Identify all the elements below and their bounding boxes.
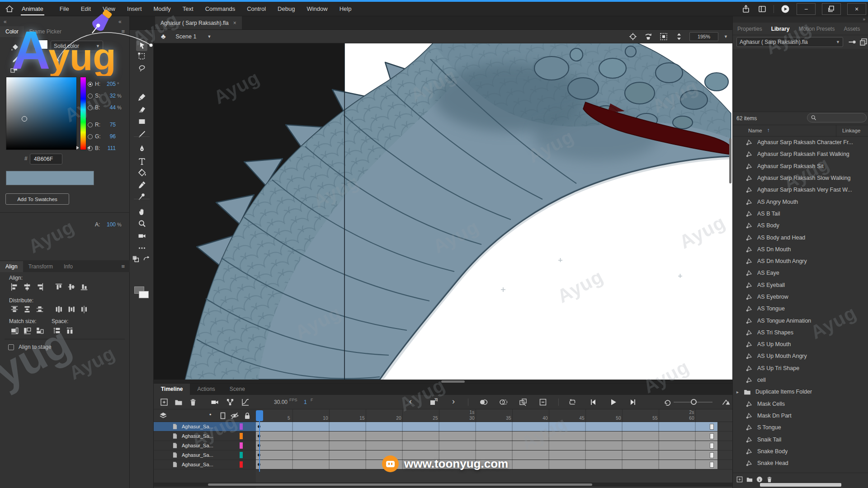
layer-row[interactable]: Aghasur_Sa... <box>154 441 256 450</box>
layer-row[interactable]: Aghasur_Sa... <box>154 422 256 432</box>
library-item[interactable]: Snaik Tail <box>733 433 868 445</box>
align-to-stage-checkbox[interactable] <box>8 344 14 350</box>
hex-input[interactable]: 4B606F <box>30 154 62 164</box>
tab-library[interactable]: Library <box>767 23 794 35</box>
library-item[interactable]: Mask Dn Part <box>733 410 868 422</box>
layer-color-chip[interactable] <box>240 433 243 439</box>
distribute-button-6[interactable] <box>79 305 90 314</box>
menu-window[interactable]: Window <box>307 5 327 12</box>
fill-color-icon[interactable] <box>10 42 20 52</box>
tab-info[interactable]: Info <box>58 261 78 272</box>
insert-frame-icon[interactable] <box>538 397 548 407</box>
align-button-2[interactable] <box>22 282 33 291</box>
channel-radio[interactable] <box>88 134 93 139</box>
new-folder-icon[interactable] <box>745 475 754 483</box>
library-item[interactable]: AS Up Tri Shape <box>733 362 868 374</box>
channel-value[interactable]: 111 <box>103 145 116 151</box>
distribute-button-3[interactable] <box>34 305 45 314</box>
align-button-5[interactable] <box>66 282 77 291</box>
zoom-stepper-icon[interactable] <box>674 32 684 42</box>
library-item[interactable]: AS Body <box>733 220 868 231</box>
frame-span[interactable] <box>256 441 717 450</box>
layer-color-chip[interactable] <box>240 461 243 468</box>
expand-chevron-icon[interactable]: ▸ <box>736 389 743 394</box>
close-tab-icon[interactable]: × <box>233 20 236 26</box>
canvas-vertical-scrollbar[interactable] <box>729 138 731 183</box>
graph-editor-icon[interactable] <box>241 397 250 407</box>
layer-frames-row[interactable] <box>256 441 732 450</box>
library-document-select[interactable]: Aghasur ( Sarp Raksash).fla▼ <box>736 37 843 47</box>
align-button-6[interactable] <box>79 282 90 291</box>
restore-button[interactable] <box>822 3 841 15</box>
playhead[interactable] <box>256 410 263 421</box>
library-item[interactable]: Snake Head <box>733 457 868 469</box>
frame-span[interactable] <box>256 460 717 469</box>
distribute-button-1[interactable] <box>9 305 20 314</box>
panel-menu-icon[interactable]: ≡ <box>117 26 130 37</box>
tab-scene[interactable]: Scene <box>222 384 252 395</box>
channel-radio[interactable] <box>88 94 93 99</box>
library-item[interactable]: AS Eaye <box>733 267 868 279</box>
scene-name[interactable]: Scene 1 <box>176 33 197 40</box>
edit-multiple-frames-icon[interactable] <box>518 397 528 407</box>
tab-frame-picker[interactable]: Frame Picker <box>24 26 67 37</box>
workspace-icon[interactable] <box>757 4 767 14</box>
close-button[interactable]: × <box>847 3 866 15</box>
onion-skin-icon[interactable] <box>478 397 488 407</box>
channel-value[interactable]: 44 <box>103 104 116 111</box>
layer-frames-row[interactable] <box>256 450 732 460</box>
selection-tool[interactable] <box>136 41 147 51</box>
library-item[interactable]: AS Up Mouth <box>733 338 868 350</box>
new-library-panel-icon[interactable] <box>859 37 868 47</box>
library-item[interactable]: Aghasur Sarp Raksash Character Fr... <box>733 136 868 148</box>
frame-span[interactable] <box>256 432 717 441</box>
paint-bucket-tool[interactable] <box>136 167 147 178</box>
library-item[interactable]: Aghasur Sarp Raksash Fast Walking <box>733 148 868 160</box>
library-item[interactable]: AS B Tail <box>733 208 868 220</box>
current-frame[interactable]: 1 <box>304 399 307 405</box>
library-item[interactable]: AS Eyebrow <box>733 291 868 303</box>
align-button-4[interactable] <box>53 282 64 291</box>
asset-warp-tool[interactable] <box>136 191 147 202</box>
library-item[interactable]: cell <box>733 374 868 386</box>
menu-animate[interactable]: Animate <box>21 3 44 15</box>
distribute-button-2[interactable] <box>22 305 33 314</box>
collapse-panel-icon[interactable]: « <box>4 19 7 25</box>
rectangle-tool[interactable] <box>136 116 147 127</box>
fill-swatch[interactable] <box>139 291 149 298</box>
document-tab[interactable]: Aghasur ( Sarp Raksash).fla × <box>155 16 242 29</box>
next-keyframe-icon[interactable]: › <box>452 396 455 406</box>
loop-playback-icon[interactable] <box>567 397 577 407</box>
distribute-button-5[interactable] <box>66 305 77 314</box>
text-tool[interactable] <box>136 156 147 166</box>
sort-arrow-icon[interactable]: ↑ <box>767 127 770 133</box>
more-tools-tool[interactable] <box>136 243 147 253</box>
add-camera-icon[interactable] <box>210 397 220 407</box>
menu-control[interactable]: Control <box>247 5 266 12</box>
frame-span[interactable] <box>256 450 717 460</box>
layer-frames-row[interactable] <box>256 422 732 432</box>
frames-area[interactable]: 510152025303540455055601s2s <box>256 409 732 488</box>
library-item[interactable]: AS Dn Mouth <box>733 244 868 255</box>
snap-to-objects-icon[interactable] <box>131 254 140 263</box>
menu-view[interactable]: View <box>103 5 115 12</box>
free-transform-tool[interactable] <box>136 51 147 61</box>
new-layer-icon[interactable] <box>159 397 169 407</box>
fit-timeline-icon[interactable] <box>721 397 731 407</box>
layer-frames-row[interactable] <box>256 432 732 441</box>
layer-color-chip[interactable] <box>240 423 243 430</box>
channel-value[interactable]: 205 <box>103 81 116 87</box>
space-button-2[interactable] <box>64 326 75 335</box>
layer-color-chip[interactable] <box>240 442 243 449</box>
lock-layers-icon[interactable] <box>242 411 252 421</box>
stage-canvas[interactable] <box>154 43 732 380</box>
zoom-chevron-icon[interactable]: ▼ <box>724 34 728 39</box>
expand-panel-icon[interactable]: » <box>863 17 865 22</box>
library-item[interactable]: Mask Cells <box>733 398 868 410</box>
channel-value[interactable]: 32 <box>103 93 116 99</box>
pen-tool[interactable] <box>136 144 147 154</box>
clip-content-icon[interactable] <box>659 32 669 42</box>
timeline-ruler[interactable]: 510152025303540455055601s2s <box>256 409 732 422</box>
align-button-1[interactable] <box>9 282 20 291</box>
menu-edit[interactable]: Edit <box>81 5 91 12</box>
